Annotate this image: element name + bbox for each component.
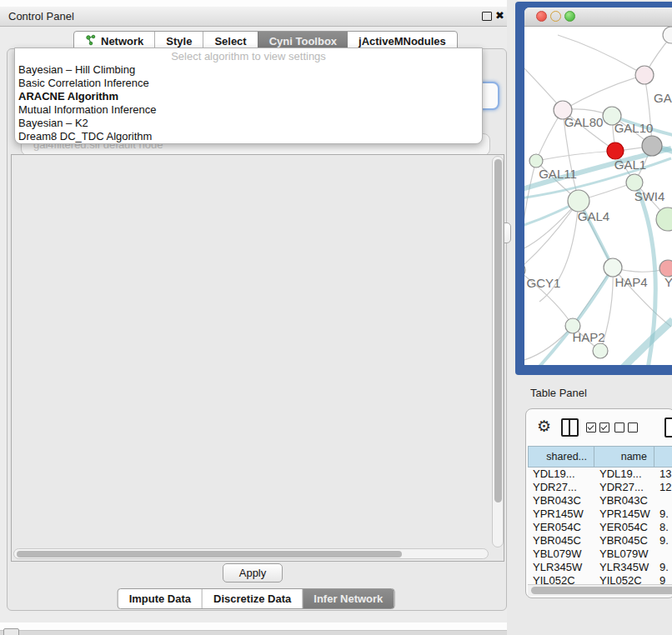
table-row[interactable]: YER054CYER054C8. bbox=[528, 521, 672, 534]
network-node-swi4[interactable] bbox=[656, 208, 672, 231]
network-node-y[interactable] bbox=[659, 260, 672, 277]
network-node[interactable] bbox=[642, 136, 662, 156]
table-row[interactable]: YLR345WYLR345W9. bbox=[528, 561, 672, 574]
network-edge[interactable] bbox=[644, 75, 652, 146]
table-cell: 13 bbox=[654, 468, 672, 481]
scrollbar-thumb[interactable] bbox=[531, 587, 672, 594]
table-cell: 9. bbox=[654, 508, 672, 521]
network-edge[interactable] bbox=[558, 35, 644, 75]
minimize-window-icon[interactable] bbox=[550, 11, 561, 22]
network-canvas[interactable]: GALGAL80GAL10GAL1GAL11GAL4SWI4HAP4YGCY1H… bbox=[524, 27, 672, 365]
document-icon[interactable] bbox=[664, 418, 672, 438]
collapsed-panel-icon[interactable] bbox=[3, 628, 19, 635]
split-view-icon[interactable] bbox=[561, 418, 579, 437]
network-icon bbox=[85, 34, 101, 48]
network-node[interactable] bbox=[663, 27, 672, 43]
column-header[interactable]: name bbox=[594, 446, 654, 468]
table-cell: YBR043C bbox=[594, 494, 654, 508]
network-edge[interactable] bbox=[563, 75, 644, 110]
scrollbar-thumb[interactable] bbox=[494, 159, 502, 502]
network-node-gal1[interactable] bbox=[626, 174, 643, 191]
network-node-hap4[interactable] bbox=[604, 258, 622, 277]
close-panel-icon[interactable]: ✖ bbox=[495, 9, 504, 22]
table-cell: 9. bbox=[654, 534, 672, 548]
table-cell: YPR145W bbox=[594, 508, 654, 521]
network-window-titlebar[interactable] bbox=[524, 8, 672, 27]
network-edge[interactable] bbox=[524, 161, 536, 270]
table-toolbar: ⚙ bbox=[526, 409, 672, 446]
table-cell: YBL079W bbox=[528, 548, 594, 561]
algorithm-popup-placeholder: Select algorithm to view settings bbox=[15, 50, 482, 63]
table-cell: YER054C bbox=[528, 521, 594, 534]
table-row[interactable]: YBR043CYBR043C bbox=[528, 494, 672, 508]
table-row[interactable]: YDL19...YDL19...13 bbox=[528, 468, 672, 481]
algorithm-option[interactable]: ARACNE Algorithm bbox=[15, 90, 482, 103]
network-graph[interactable]: GALGAL80GAL10GAL1GAL11GAL4SWI4HAP4YGCY1H… bbox=[524, 27, 672, 365]
select-all-checkboxes-icon[interactable] bbox=[586, 422, 609, 432]
tab-discretize-data[interactable]: Discretize Data bbox=[202, 589, 302, 608]
table-cell: YDL19... bbox=[594, 468, 654, 481]
algorithm-option[interactable]: Dream8 DC_TDC Algorithm bbox=[15, 130, 482, 143]
table-cell: YLR345W bbox=[528, 561, 594, 574]
table-rows: YDL19...YDL19...13YDR27...YDR27...12YBR0… bbox=[528, 468, 672, 584]
table-cell: YER054C bbox=[594, 521, 654, 534]
algorithm-option[interactable]: Bayesian – K2 bbox=[15, 117, 482, 130]
settings-gear-icon[interactable]: ⚙ bbox=[537, 417, 551, 436]
table-cell: YPR145W bbox=[528, 508, 594, 521]
table-cell: YDR27... bbox=[594, 481, 654, 494]
tab-impute-data[interactable]: Impute Data bbox=[118, 589, 202, 608]
network-node-gal[interactable] bbox=[635, 66, 654, 84]
algorithm-option[interactable]: Bayesian – Hill Climbing bbox=[15, 63, 482, 77]
deselect-all-checkboxes-icon[interactable] bbox=[614, 422, 638, 432]
table-cell: YBR043C bbox=[528, 494, 594, 508]
table-cell: YBL079W bbox=[594, 548, 654, 561]
tab-infer-network[interactable]: Infer Network bbox=[302, 589, 394, 608]
network-node[interactable] bbox=[607, 142, 624, 159]
algorithm-option[interactable]: Mutual Information Inference bbox=[15, 103, 482, 117]
table-cell: 9. bbox=[654, 561, 672, 574]
network-node-label: GAL10 bbox=[614, 121, 654, 135]
column-header[interactable]: shared... bbox=[528, 446, 594, 468]
table-horizontal-scrollbar[interactable] bbox=[528, 584, 672, 596]
algorithm-dropdown-popup: Select algorithm to view settings Bayesi… bbox=[14, 48, 483, 144]
table-header-row: shared...nameA bbox=[528, 446, 672, 468]
network-node-label: HAP4 bbox=[614, 275, 647, 289]
table-cell: 12 bbox=[654, 481, 672, 494]
tab-label: Cyni Toolbox bbox=[269, 35, 337, 48]
table-cell bbox=[654, 494, 672, 508]
settings-horizontal-scrollbar[interactable] bbox=[13, 548, 489, 559]
apply-button[interactable]: Apply bbox=[223, 563, 283, 582]
table-row[interactable]: YBL079WYBL079W bbox=[528, 548, 672, 561]
settings-vertical-scrollbar[interactable] bbox=[492, 156, 504, 548]
screen: Control Panel ✖ NetworkStyleSelectCyni T… bbox=[0, 0, 672, 635]
scrollbar-thumb[interactable] bbox=[17, 551, 402, 558]
network-node-label: HAP2 bbox=[572, 330, 604, 344]
table-cell: YBR045C bbox=[528, 534, 594, 548]
float-panel-icon[interactable] bbox=[482, 12, 492, 21]
settings-scroll-viewport bbox=[11, 154, 504, 562]
table-row[interactable]: YBR045CYBR045C9. bbox=[528, 534, 672, 548]
network-edge-highlighted[interactable] bbox=[604, 320, 672, 365]
network-node[interactable] bbox=[593, 343, 608, 358]
column-header[interactable]: A bbox=[654, 446, 672, 468]
network-node-label: GAL80 bbox=[564, 115, 604, 129]
table-row[interactable]: YIL052CYIL052C9 bbox=[528, 574, 672, 584]
network-edge[interactable] bbox=[524, 201, 579, 270]
network-edge[interactable] bbox=[536, 151, 615, 161]
tab-label: Network bbox=[101, 35, 143, 48]
table-cell: YLR345W bbox=[594, 561, 654, 574]
network-node-label: GAL11 bbox=[539, 167, 577, 181]
table-row[interactable]: YPR145WYPR145W9. bbox=[528, 508, 672, 521]
tab-label: Select bbox=[214, 35, 246, 48]
network-node-label: SWI4 bbox=[634, 189, 665, 203]
algorithm-popup-list: Bayesian – Hill ClimbingBasic Correlatio… bbox=[15, 63, 482, 143]
network-node-label: GAL bbox=[654, 91, 672, 105]
bottom-strip bbox=[0, 630, 507, 635]
table-row[interactable]: YDR27...YDR27...12 bbox=[528, 481, 672, 494]
zoom-window-icon[interactable] bbox=[564, 11, 575, 22]
algorithm-option[interactable]: Basic Correlation Inference bbox=[15, 77, 482, 90]
close-window-icon[interactable] bbox=[536, 11, 547, 22]
network-node-label: GAL1 bbox=[614, 158, 646, 172]
network-node-gal11[interactable] bbox=[529, 154, 543, 168]
table-cell: YDL19... bbox=[528, 468, 594, 481]
